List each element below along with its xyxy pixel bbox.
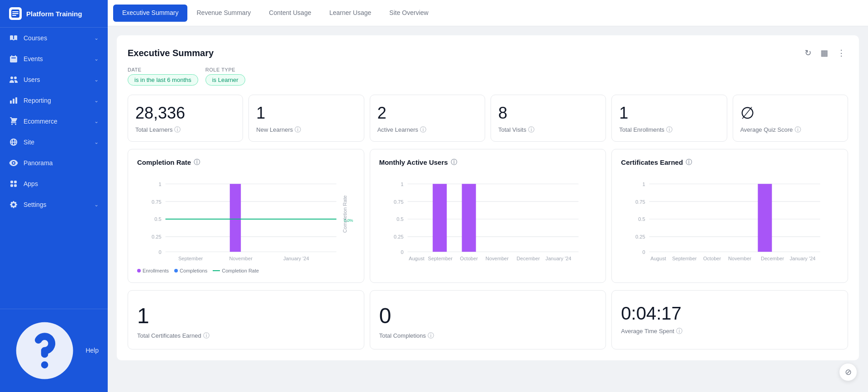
svg-text:0: 0 <box>401 249 403 254</box>
svg-text:January '24: January '24 <box>283 256 309 261</box>
date-filter-group: Date is in the last 6 months <box>128 67 198 86</box>
tab-learner-usage[interactable]: Learner Usage <box>320 1 381 25</box>
active-learners-label: Active Learners ⓘ <box>377 126 426 134</box>
total-learners-value: 28,336 <box>135 104 185 122</box>
chevron-down-icon: ⌄ <box>94 76 99 83</box>
svg-text:0.25: 0.25 <box>152 234 162 239</box>
total-visits-value: 8 <box>498 104 507 122</box>
sidebar-help-label: Help <box>86 347 99 354</box>
summary-header: Executive Summary ↻ ▦ ⋮ <box>128 46 848 60</box>
sidebar-item-panorama-label: Panorama <box>24 159 53 167</box>
main-content: Executive Summary Revenue Summary Conten… <box>108 0 868 392</box>
svg-text:Completion Rate: Completion Rate <box>342 195 348 233</box>
active-learners-value: 2 <box>377 104 386 122</box>
svg-text:0.0%: 0.0% <box>344 218 353 222</box>
avg-quiz-score-label: Average Quiz Score ⓘ <box>740 126 801 134</box>
svg-text:0.25: 0.25 <box>635 234 645 239</box>
more-button[interactable]: ⋮ <box>835 46 848 60</box>
info-icon[interactable]: ⓘ <box>174 126 181 134</box>
info-icon[interactable]: ⓘ <box>795 126 801 134</box>
stats-grid: 28,336 Total Learners ⓘ 1 New Learners ⓘ… <box>128 95 848 142</box>
logo-icon <box>9 7 22 20</box>
tab-content-usage[interactable]: Content Usage <box>260 1 320 25</box>
monthly-active-users-chart-area: 1 0.75 0.5 0.25 0 August September Octob… <box>379 174 597 264</box>
svg-text:September: September <box>672 256 697 261</box>
filter-button[interactable]: ▦ <box>818 46 831 60</box>
info-icon[interactable]: ⓘ <box>194 158 200 167</box>
completion-rate-chart-area: 1 0.75 0.5 0.25 0 September November <box>137 174 355 264</box>
svg-text:August: August <box>409 256 424 261</box>
globe-icon <box>9 138 18 147</box>
info-icon[interactable]: ⓘ <box>295 126 301 134</box>
svg-text:January '24: January '24 <box>790 256 816 261</box>
certificates-earned-svg: 1 0.75 0.5 0.25 0 August September Octob… <box>621 174 839 264</box>
info-icon[interactable]: ⓘ <box>676 327 682 335</box>
info-icon[interactable]: ⓘ <box>420 126 426 134</box>
sidebar-item-users[interactable]: Users ⌄ <box>0 69 108 90</box>
sidebar-item-events[interactable]: Events ⌄ <box>0 48 108 69</box>
new-learners-label: New Learners ⓘ <box>256 126 301 134</box>
stat-total-learners: 28,336 Total Learners ⓘ <box>128 95 243 142</box>
sidebar: Platform Training Courses ⌄ Events ⌄ Use… <box>0 0 108 392</box>
sidebar-item-panorama[interactable]: Panorama <box>0 153 108 173</box>
sidebar-title: Platform Training <box>26 10 82 18</box>
legend-line-completion-rate <box>213 270 220 271</box>
date-filter-chip[interactable]: is in the last 6 months <box>128 74 198 86</box>
monthly-active-users-chart: Monthly Active Users ⓘ 1 <box>370 149 606 283</box>
chevron-down-icon: ⌄ <box>94 97 99 104</box>
sidebar-item-reporting[interactable]: Reporting ⌄ <box>0 90 108 111</box>
svg-text:October: October <box>703 256 721 261</box>
info-icon[interactable]: ⓘ <box>686 158 692 167</box>
svg-text:November: November <box>229 256 253 261</box>
total-visits-label: Total Visits ⓘ <box>498 126 534 134</box>
tab-site-overview[interactable]: Site Overview <box>380 1 437 25</box>
sidebar-item-courses[interactable]: Courses ⌄ <box>0 28 108 48</box>
stat-avg-quiz-score: ∅ Average Quiz Score ⓘ <box>733 95 848 142</box>
sidebar-item-courses-label: Courses <box>24 34 47 42</box>
legend-enrollments: Enrollments <box>137 268 169 273</box>
svg-text:1: 1 <box>401 181 403 186</box>
sidebar-item-apps[interactable]: Apps <box>0 173 108 194</box>
svg-text:0.5: 0.5 <box>154 216 161 222</box>
fab-button[interactable]: ⊘ <box>839 363 857 381</box>
sidebar-item-events-label: Events <box>24 55 43 62</box>
info-icon[interactable]: ⓘ <box>666 126 672 134</box>
avg-quiz-score-value: ∅ <box>740 104 754 122</box>
summary-actions: ↻ ▦ ⋮ <box>802 46 848 60</box>
tab-executive-summary[interactable]: Executive Summary <box>113 5 187 22</box>
monthly-active-users-svg: 1 0.75 0.5 0.25 0 August September Octob… <box>379 174 597 264</box>
svg-text:September: September <box>178 256 203 261</box>
refresh-button[interactable]: ↻ <box>802 46 814 60</box>
new-learners-value: 1 <box>256 104 265 122</box>
sidebar-item-help[interactable]: Help <box>0 309 108 392</box>
stat-total-enrollments: 1 Total Enrollments ⓘ <box>611 95 727 142</box>
sidebar-item-settings[interactable]: Settings ⌄ <box>0 194 108 215</box>
monthly-active-users-title: Monthly Active Users ⓘ <box>379 158 597 167</box>
svg-text:0: 0 <box>158 249 161 254</box>
info-icon[interactable]: ⓘ <box>203 332 210 340</box>
bottom-stats-grid: 1 Total Certificates Earned ⓘ 0 Total Co… <box>128 290 848 349</box>
svg-text:0: 0 <box>643 249 645 254</box>
total-enrollments-value: 1 <box>619 104 628 122</box>
role-filter-chip[interactable]: is Learner <box>205 74 245 86</box>
svg-text:December: December <box>516 256 540 261</box>
bottom-stat-completions: 0 Total Completions ⓘ <box>370 290 606 349</box>
svg-text:0.25: 0.25 <box>394 234 404 239</box>
stat-new-learners: 1 New Learners ⓘ <box>248 95 364 142</box>
sidebar-item-ecommerce[interactable]: Ecommerce ⌄ <box>0 111 108 132</box>
tab-revenue-summary[interactable]: Revenue Summary <box>187 1 260 25</box>
info-icon[interactable]: ⓘ <box>451 158 457 167</box>
stat-total-visits: 8 Total Visits ⓘ <box>491 95 606 142</box>
content-area: Executive Summary ↻ ▦ ⋮ Date is in the l… <box>108 26 868 392</box>
svg-rect-46 <box>758 184 772 252</box>
sidebar-item-site[interactable]: Site ⌄ <box>0 132 108 153</box>
svg-text:0.75: 0.75 <box>152 199 162 204</box>
svg-text:0.75: 0.75 <box>635 199 645 204</box>
svg-text:0.5: 0.5 <box>396 216 403 222</box>
total-completions-value: 0 <box>379 303 391 328</box>
info-icon[interactable]: ⓘ <box>528 126 534 134</box>
legend-completion-rate: Completion Rate <box>213 268 259 273</box>
legend-completions: Completions <box>174 268 207 273</box>
svg-text:1: 1 <box>643 181 645 186</box>
info-icon[interactable]: ⓘ <box>428 332 434 340</box>
